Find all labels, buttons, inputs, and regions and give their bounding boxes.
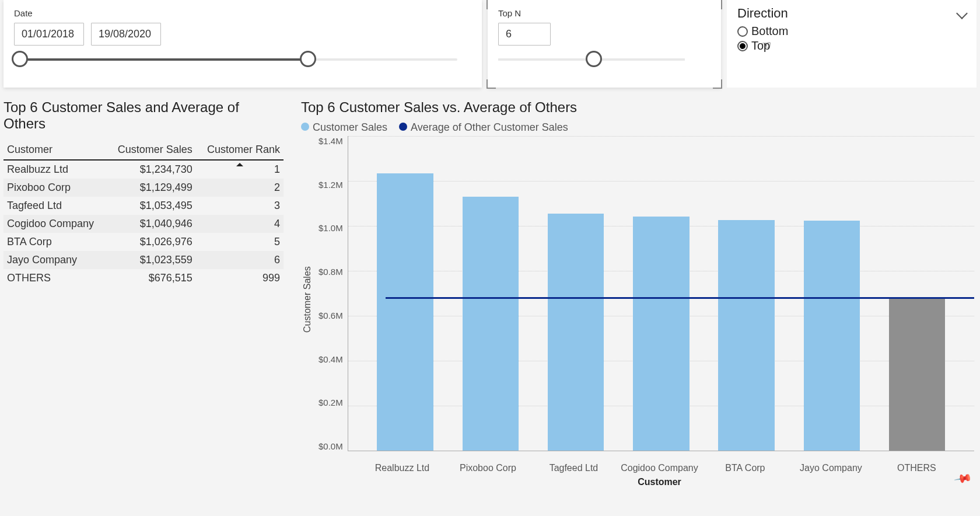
date-slider-handle-from[interactable] xyxy=(12,51,28,67)
x-tick: Tagfeed Ltd xyxy=(531,463,617,473)
chart-bar[interactable] xyxy=(633,217,690,451)
table-row[interactable]: Tagfeed Ltd $1,053,495 3 xyxy=(4,197,284,215)
y-tick: $0.8M xyxy=(318,267,343,277)
topn-input[interactable] xyxy=(498,23,551,46)
x-axis-label: Customer xyxy=(345,477,974,487)
col-customer[interactable]: Customer xyxy=(4,140,106,160)
chart-plot-area[interactable] xyxy=(348,136,974,451)
direction-option-top[interactable]: Top xyxy=(737,39,966,53)
cell-sales: $1,040,946 xyxy=(106,215,195,233)
table-visual: Top 6 Customer Sales and Average of Othe… xyxy=(4,99,284,487)
cell-rank: 3 xyxy=(196,197,284,215)
y-tick: $1.0M xyxy=(318,223,343,233)
x-tick: OTHERS xyxy=(874,463,960,473)
cell-customer: Tagfeed Ltd xyxy=(4,197,106,215)
y-tick: $0.6M xyxy=(318,311,343,320)
y-tick: $0.4M xyxy=(318,354,343,364)
legend-swatch-line xyxy=(399,123,407,131)
cell-rank: 5 xyxy=(196,233,284,251)
customer-sales-table[interactable]: Customer Customer Sales Customer Rank Re… xyxy=(4,140,284,287)
legend-swatch-bars xyxy=(301,123,309,131)
chart-visual: Top 6 Customer Sales vs. Average of Othe… xyxy=(301,99,974,487)
date-from-input[interactable] xyxy=(14,23,84,46)
radio-icon xyxy=(737,26,748,37)
x-tick: Jayo Company xyxy=(788,463,874,473)
y-axis-label: Customer Sales xyxy=(301,136,314,463)
y-tick: $0.2M xyxy=(318,398,343,407)
chart-avg-line[interactable] xyxy=(386,297,974,299)
cell-customer: Jayo Company xyxy=(4,251,106,269)
topn-slider-handle[interactable] xyxy=(586,51,602,67)
y-tick: $1.4M xyxy=(318,136,343,146)
date-slider-track[interactable] xyxy=(14,58,457,61)
date-slider-handle-to[interactable] xyxy=(300,51,316,67)
x-tick: Realbuzz Ltd xyxy=(359,463,445,473)
legend-label-bars: Customer Sales xyxy=(313,121,387,133)
date-to-input[interactable] xyxy=(91,23,161,46)
chart-title: Top 6 Customer Sales vs. Average of Othe… xyxy=(301,99,974,116)
cell-rank: 4 xyxy=(196,215,284,233)
legend-label-line: Average of Other Customer Sales xyxy=(411,121,568,133)
table-row[interactable]: BTA Corp $1,026,976 5 xyxy=(4,233,284,251)
topn-slider-track[interactable] xyxy=(498,58,685,61)
cell-rank: 2 xyxy=(196,179,284,197)
x-axis-ticks: Realbuzz LtdPixoboo CorpTagfeed LtdCogid… xyxy=(345,463,974,473)
cell-sales: $1,053,495 xyxy=(106,197,195,215)
col-customer-sales[interactable]: Customer Sales xyxy=(106,140,195,160)
col-customer-rank[interactable]: Customer Rank xyxy=(196,140,284,160)
cell-customer: Realbuzz Ltd xyxy=(4,160,106,179)
table-row[interactable]: Pixoboo Corp $1,129,499 2 xyxy=(4,179,284,197)
cell-customer: Pixoboo Corp xyxy=(4,179,106,197)
x-tick: Cogidoo Company xyxy=(617,463,702,473)
direction-option-top-label: Top xyxy=(751,39,770,53)
chart-legend: Customer Sales Average of Other Customer… xyxy=(301,121,974,134)
chevron-down-icon[interactable] xyxy=(958,6,966,21)
cell-customer: BTA Corp xyxy=(4,233,106,251)
date-slicer-label: Date xyxy=(14,8,471,18)
table-row[interactable]: Cogidoo Company $1,040,946 4 xyxy=(4,215,284,233)
topn-slicer-card: ⋯ Top N xyxy=(488,0,721,88)
direction-slicer-card: ⋯ Direction Bottom Top xyxy=(727,0,977,88)
cell-sales: $1,023,559 xyxy=(106,251,195,269)
chart-bar[interactable] xyxy=(889,299,946,451)
chart-bar[interactable] xyxy=(548,214,604,451)
cell-sales: $1,234,730 xyxy=(106,160,195,179)
cell-rank: 999 xyxy=(196,269,284,287)
cell-customer: Cogidoo Company xyxy=(4,215,106,233)
table-row[interactable]: OTHERS $676,515 999 xyxy=(4,269,284,287)
table-title: Top 6 Customer Sales and Average of Othe… xyxy=(4,99,284,132)
direction-option-bottom[interactable]: Bottom xyxy=(737,25,966,38)
x-tick: BTA Corp xyxy=(702,463,788,473)
date-slider-active xyxy=(14,58,306,61)
cell-sales: $1,129,499 xyxy=(106,179,195,197)
cell-customer: OTHERS xyxy=(4,269,106,287)
chart-bar[interactable] xyxy=(718,220,775,451)
direction-option-bottom-label: Bottom xyxy=(751,25,788,38)
radio-icon xyxy=(737,41,748,51)
date-slicer-card: Date xyxy=(4,0,482,88)
table-row[interactable]: Jayo Company $1,023,559 6 xyxy=(4,251,284,269)
y-tick: $0.0M xyxy=(318,441,343,451)
topn-slicer-label: Top N xyxy=(498,8,710,18)
cell-sales: $1,026,976 xyxy=(106,233,195,251)
cell-rank: 6 xyxy=(196,251,284,269)
cell-sales: $676,515 xyxy=(106,269,195,287)
direction-slicer-label: Direction xyxy=(737,6,788,21)
chart-bar[interactable] xyxy=(463,197,519,451)
chart-bar[interactable] xyxy=(804,221,860,451)
y-tick: $1.2M xyxy=(318,180,343,190)
y-axis-ticks: $1.4M$1.2M$1.0M$0.8M$0.6M$0.4M$0.2M$0.0M xyxy=(314,136,348,451)
x-tick: Pixoboo Corp xyxy=(445,463,531,473)
chart-bar[interactable] xyxy=(377,173,433,451)
